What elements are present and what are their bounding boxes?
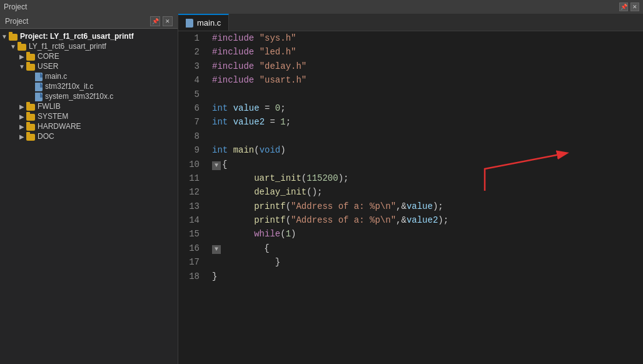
code-line-15: 15 while(1): [178, 227, 643, 241]
line-number-18: 18: [178, 270, 210, 283]
tree-item-root[interactable]: ▼Project: LY_f1_rct6_usart_printf: [0, 31, 178, 41]
code-container[interactable]: 1#include "sys.h"2#include "led.h"3#incl…: [178, 31, 643, 364]
tree-item-systemf[interactable]: ▶SYSTEM: [0, 111, 178, 121]
line-number-4: 4: [178, 73, 210, 87]
tree-item-mainc[interactable]: main.c: [0, 71, 178, 81]
token-op: =: [260, 103, 275, 113]
line-number-16: 16: [178, 241, 210, 255]
project-panel-title: Project: [5, 17, 28, 26]
code-line-7: 7int value2 = 1;: [178, 115, 643, 129]
line-number-9: 9: [178, 143, 210, 157]
line-number-15: 15: [178, 227, 210, 241]
line-content-5[interactable]: [210, 88, 643, 101]
tree-arrow-hardware[interactable]: ▶: [18, 123, 26, 130]
token-op: (: [286, 215, 291, 225]
token-var: value2: [233, 117, 265, 127]
close-button[interactable]: ✕: [630, 3, 639, 11]
line-content-1[interactable]: #include "sys.h": [210, 31, 643, 45]
code-line-10: 10▼{: [178, 158, 643, 171]
token-inc-kw: #include: [212, 61, 254, 71]
token-num: 115200: [306, 173, 338, 183]
line-content-17[interactable]: }: [210, 255, 643, 269]
tree-item-stm[interactable]: stm32f10x_it.c: [0, 81, 178, 91]
line-content-14[interactable]: printf("Address of a: %p\n",&value2);: [210, 213, 643, 227]
tree-item-fwlib[interactable]: ▶FWLIB: [0, 101, 178, 111]
folder-icon: [26, 123, 35, 130]
line-number-7: 7: [178, 115, 210, 129]
token-op: (: [280, 229, 285, 239]
tree-arrow-fwlib[interactable]: ▶: [18, 103, 26, 110]
line-content-12[interactable]: delay_init();: [210, 185, 643, 199]
fold-button[interactable]: ▼: [212, 161, 221, 170]
tree-item-system[interactable]: system_stm32f10x.c: [0, 91, 178, 101]
line-content-2[interactable]: #include "led.h": [210, 45, 643, 59]
token-op: ,&: [396, 215, 407, 225]
title-bar-controls[interactable]: 📌 ✕: [619, 3, 639, 11]
tree-item-project[interactable]: ▼LY_f1_rct6_usart_printf: [0, 41, 178, 51]
token-op: [254, 33, 259, 43]
code-line-16: 16▼ {: [178, 241, 643, 255]
tree-arrow-core[interactable]: ▶: [18, 53, 26, 60]
fold-button[interactable]: ▼: [212, 245, 221, 254]
tree-label-fwlib: FWLIB: [38, 102, 61, 111]
token-op: ): [291, 229, 296, 239]
line-content-6[interactable]: int value = 0;: [210, 101, 643, 115]
tree-label-systemf: SYSTEM: [38, 112, 68, 121]
tree-label-hardware: HARDWARE: [38, 122, 81, 131]
line-number-10: 10: [178, 158, 210, 171]
token-op: [254, 61, 259, 71]
tab-main-c[interactable]: main.c: [178, 14, 229, 31]
code-line-2: 2#include "led.h": [178, 45, 643, 59]
token-kw: int: [212, 103, 228, 113]
tree-item-core[interactable]: ▶CORE: [0, 51, 178, 61]
tree-label-stm: stm32f10x_it.c: [45, 82, 93, 91]
token-op: (: [286, 201, 291, 211]
project-close-button[interactable]: ✕: [163, 16, 173, 26]
token-op: ,&: [396, 201, 407, 211]
tree-label-root: Project: LY_f1_rct6_usart_printf: [20, 32, 134, 41]
tree-item-doc[interactable]: ▶DOC: [0, 131, 178, 141]
file-icon: [35, 72, 43, 81]
code-line-17: 17 }: [178, 255, 643, 269]
token-inc-kw: #include: [212, 47, 254, 57]
line-content-16[interactable]: ▼ {: [210, 241, 643, 255]
code-line-3: 3#include "delay.h": [178, 59, 643, 73]
line-content-4[interactable]: #include "usart.h": [210, 73, 643, 87]
token-op: =: [265, 117, 280, 127]
tree-arrow-user[interactable]: ▼: [18, 63, 26, 70]
line-content-9[interactable]: int main(void): [210, 143, 643, 157]
project-header-controls[interactable]: 📌 ✕: [150, 16, 173, 26]
line-content-18[interactable]: }: [210, 270, 643, 283]
token-kw: int: [212, 145, 228, 155]
editor-area: main.c 1#include "sys.h"2#include "led.h…: [178, 14, 643, 364]
code-line-13: 13 printf("Address of a: %p\n",&value);: [178, 200, 643, 213]
code-table: 1#include "sys.h"2#include "led.h"3#incl…: [178, 31, 643, 283]
tree-label-doc: DOC: [38, 132, 54, 141]
tree-item-hardware[interactable]: ▶HARDWARE: [0, 121, 178, 131]
project-pin-button[interactable]: 📌: [150, 16, 160, 26]
line-content-13[interactable]: printf("Address of a: %p\n",&value);: [210, 200, 643, 213]
token-num: 1: [286, 229, 291, 239]
pin-button[interactable]: 📌: [619, 3, 628, 11]
line-content-8[interactable]: [210, 129, 643, 143]
folder-icon: [26, 133, 35, 140]
line-number-2: 2: [178, 45, 210, 59]
line-content-10[interactable]: ▼{: [210, 158, 643, 171]
line-content-15[interactable]: while(1): [210, 227, 643, 241]
tree-item-user[interactable]: ▼USER: [0, 61, 178, 71]
code-line-8: 8: [178, 129, 643, 143]
tree-arrow-root[interactable]: ▼: [0, 33, 9, 40]
token-fn: printf: [254, 215, 285, 225]
tree-arrow-systemf[interactable]: ▶: [18, 113, 26, 120]
line-content-3[interactable]: #include "delay.h": [210, 59, 643, 73]
file-icon: [35, 92, 43, 101]
line-content-7[interactable]: int value2 = 1;: [210, 115, 643, 129]
tree-arrow-project[interactable]: ▼: [9, 43, 18, 50]
tree-arrow-doc[interactable]: ▶: [18, 133, 26, 140]
line-number-17: 17: [178, 255, 210, 269]
token-kw: void: [260, 145, 281, 155]
tree-label-core: CORE: [38, 52, 59, 61]
line-content-11[interactable]: uart_init(115200);: [210, 171, 643, 185]
code-line-14: 14 printf("Address of a: %p\n",&value2);: [178, 213, 643, 227]
token-kw: int: [212, 117, 228, 127]
